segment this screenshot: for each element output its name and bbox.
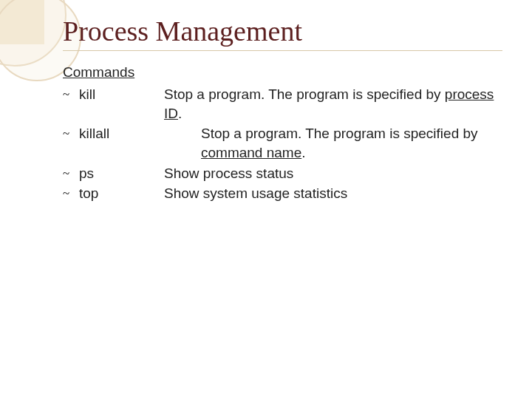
command-name: top: [79, 184, 164, 203]
command-desc: Show system usage statistics: [164, 184, 502, 203]
command-name: kill: [79, 85, 164, 104]
bullet-icon: ~: [63, 184, 79, 202]
command-name: ps: [79, 164, 164, 183]
command-name: killall: [79, 124, 164, 143]
list-item: ~ top Show system usage statistics: [63, 184, 502, 203]
command-desc: Show process status: [164, 164, 502, 183]
command-desc: Stop a program. The program is specified…: [164, 124, 502, 162]
command-list: ~ kill Stop a program. The program is sp…: [63, 85, 502, 203]
list-item: ~ kill Stop a program. The program is sp…: [63, 85, 502, 123]
bullet-icon: ~: [63, 85, 79, 103]
bullet-icon: ~: [63, 124, 79, 143]
list-item: ~ killall Stop a program. The program is…: [63, 124, 502, 162]
bullet-icon: ~: [63, 164, 79, 183]
page-title: Process Management: [63, 15, 502, 51]
list-item: ~ ps Show process status: [63, 164, 502, 183]
section-label: Commands: [63, 64, 502, 81]
slide-body: Process Management Commands ~ kill Stop …: [0, 0, 532, 399]
command-desc: Stop a program. The program is specified…: [164, 85, 502, 123]
